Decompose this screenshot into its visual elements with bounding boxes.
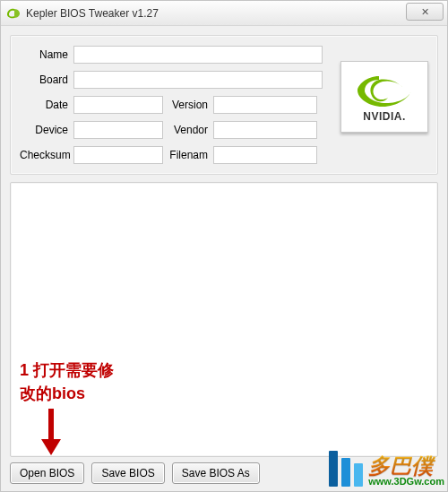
label-vendor: Vendor (163, 124, 213, 136)
annotation-arrow-icon (38, 409, 65, 455)
label-version: Version (163, 99, 213, 111)
field-version[interactable] (213, 96, 317, 114)
app-icon (6, 6, 21, 21)
field-board[interactable] (73, 71, 323, 89)
label-name: Name (20, 48, 73, 61)
field-device[interactable] (73, 121, 163, 139)
content-panel: 1 打开需要修 改的bios (10, 182, 438, 457)
open-bios-button[interactable]: Open BIOS (10, 462, 84, 484)
save-bios-button[interactable]: Save BIOS (91, 462, 164, 484)
button-row: Open BIOS Save BIOS Save BIOS As (10, 462, 438, 484)
label-device: Device (20, 124, 73, 136)
label-board: Board (20, 73, 73, 86)
close-button[interactable]: ✕ (406, 3, 444, 21)
label-date: Date (20, 99, 73, 111)
titlebar[interactable]: Kepler BIOS Tweaker v1.27 ✕ (1, 1, 447, 26)
save-bios-as-button[interactable]: Save BIOS As (172, 462, 260, 484)
field-vendor[interactable] (213, 121, 317, 139)
nvidia-logo-box: NVIDIA. (340, 61, 428, 133)
client-area: Name Board Date Version Device Vendor (1, 26, 447, 491)
field-checksum[interactable] (73, 146, 163, 164)
field-filenam[interactable] (213, 146, 317, 164)
field-name[interactable] (73, 46, 323, 64)
nvidia-eye-icon (356, 71, 413, 108)
annotation-text: 1 打开需要修 改的bios (20, 358, 114, 405)
label-checksum: Checksum (20, 149, 73, 161)
app-window: Kepler BIOS Tweaker v1.27 ✕ Name Board D… (0, 0, 448, 492)
field-date[interactable] (73, 96, 163, 114)
info-panel: Name Board Date Version Device Vendor (10, 35, 438, 175)
close-icon: ✕ (421, 6, 429, 18)
window-title: Kepler BIOS Tweaker v1.27 (26, 7, 159, 20)
nvidia-logo-text: NVIDIA. (363, 110, 406, 123)
label-filenam: Filenam (163, 149, 213, 161)
annotation-line1: 1 打开需要修 (20, 358, 114, 382)
annotation-line2: 改的bios (20, 382, 114, 405)
